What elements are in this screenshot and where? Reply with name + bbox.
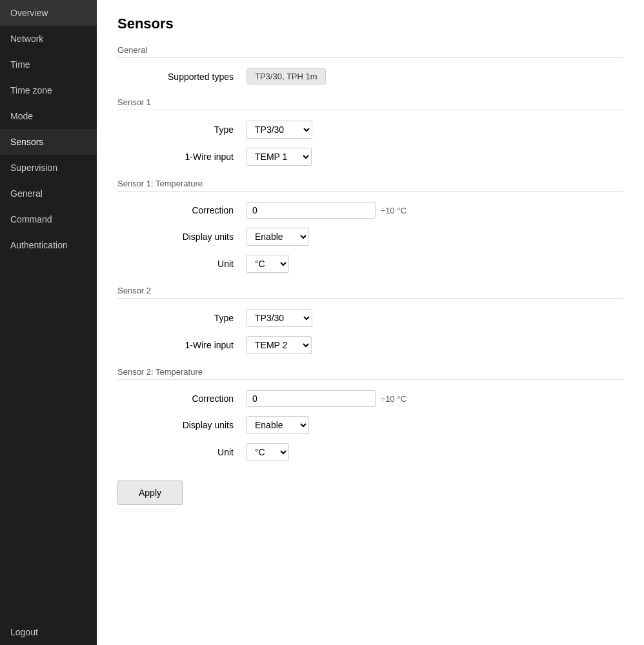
sensor1-correction-input[interactable] bbox=[247, 202, 376, 219]
sidebar-item-timezone[interactable]: Time zone bbox=[0, 77, 97, 103]
sidebar-item-logout[interactable]: Logout bbox=[0, 619, 97, 645]
sensor2-section-header: Sensor 2 bbox=[117, 286, 623, 299]
general-section: General Supported types TP3/30, TPH 1m bbox=[117, 45, 623, 84]
supported-types-group: Supported types TP3/30, TPH 1m bbox=[117, 68, 623, 84]
sensor2-display-units-select[interactable]: Enable Disable bbox=[247, 416, 309, 434]
sidebar-item-authentication[interactable]: Authentication bbox=[0, 232, 97, 258]
general-section-header: General bbox=[117, 45, 623, 58]
sensor1-correction-label: Correction bbox=[117, 205, 247, 215]
sensor2-correction-input[interactable] bbox=[247, 390, 376, 407]
sidebar-item-overview[interactable]: Overview bbox=[0, 0, 97, 26]
sensor1-wire-input-select[interactable]: TEMP 1 TEMP 2 TEMP 3 bbox=[247, 148, 312, 166]
sensor1-unit-select[interactable]: °C °F bbox=[247, 255, 289, 273]
sensor2-correction-label: Correction bbox=[117, 393, 247, 404]
sensor2-type-label: Type bbox=[117, 313, 247, 323]
sensor2-correction-group: Correction ÷10 °C bbox=[117, 390, 623, 407]
supported-types-label: Supported types bbox=[117, 72, 247, 82]
sensor1-unit-group: Unit °C °F bbox=[117, 255, 623, 273]
sensor1-temp-section: Sensor 1: Temperature Correction ÷10 °C … bbox=[117, 179, 623, 273]
sensor1-display-units-label: Display units bbox=[117, 232, 247, 242]
sensor1-display-units-select[interactable]: Enable Disable bbox=[247, 228, 309, 246]
sensor1-type-select[interactable]: TP3/30 TPH 1m bbox=[247, 121, 312, 139]
sensor1-section: Sensor 1 Type TP3/30 TPH 1m 1-Wire input… bbox=[117, 97, 623, 166]
sidebar-item-command[interactable]: Command bbox=[0, 206, 97, 232]
sensor1-type-label: Type bbox=[117, 124, 247, 135]
sidebar-item-time[interactable]: Time bbox=[0, 52, 97, 77]
sidebar-item-supervision[interactable]: Supervision bbox=[0, 155, 97, 181]
apply-button[interactable]: Apply bbox=[117, 481, 183, 505]
sidebar-item-mode[interactable]: Mode bbox=[0, 103, 97, 129]
sensor2-temp-section-header: Sensor 2: Temperature bbox=[117, 367, 623, 380]
main-content: Sensors General Supported types TP3/30, … bbox=[97, 0, 644, 645]
sensor1-temp-section-header: Sensor 1: Temperature bbox=[117, 179, 623, 192]
sensor1-display-units-group: Display units Enable Disable bbox=[117, 228, 623, 246]
sensor2-type-group: Type TP3/30 TPH 1m bbox=[117, 309, 623, 327]
sensor2-wire-input-select[interactable]: TEMP 1 TEMP 2 TEMP 3 bbox=[247, 336, 312, 354]
sensor2-display-units-label: Display units bbox=[117, 420, 247, 430]
sensor2-wire-input-group: 1-Wire input TEMP 1 TEMP 2 TEMP 3 bbox=[117, 336, 623, 354]
sensor2-type-select[interactable]: TP3/30 TPH 1m bbox=[247, 309, 312, 327]
sidebar-item-network[interactable]: Network bbox=[0, 26, 97, 52]
sidebar-item-sensors[interactable]: Sensors bbox=[0, 129, 97, 155]
sensor2-section: Sensor 2 Type TP3/30 TPH 1m 1-Wire input… bbox=[117, 286, 623, 354]
sensor2-display-units-group: Display units Enable Disable bbox=[117, 416, 623, 434]
supported-types-value: TP3/30, TPH 1m bbox=[247, 68, 326, 84]
page-title: Sensors bbox=[117, 15, 623, 32]
sensor2-unit-label: Unit bbox=[117, 447, 247, 457]
sensor2-correction-hint: ÷10 °C bbox=[381, 394, 407, 404]
sensor2-unit-group: Unit °C °F bbox=[117, 443, 623, 461]
sensor2-temp-section: Sensor 2: Temperature Correction ÷10 °C … bbox=[117, 367, 623, 461]
sensor1-type-group: Type TP3/30 TPH 1m bbox=[117, 121, 623, 139]
sidebar: Overview Network Time Time zone Mode Sen… bbox=[0, 0, 97, 645]
sensor2-wire-input-label: 1-Wire input bbox=[117, 340, 247, 350]
sensor1-correction-hint: ÷10 °C bbox=[381, 206, 407, 215]
sidebar-item-general[interactable]: General bbox=[0, 181, 97, 206]
sensor2-unit-select[interactable]: °C °F bbox=[247, 443, 289, 461]
sensor1-wire-input-group: 1-Wire input TEMP 1 TEMP 2 TEMP 3 bbox=[117, 148, 623, 166]
sensor1-unit-label: Unit bbox=[117, 259, 247, 269]
sensor1-wire-input-label: 1-Wire input bbox=[117, 152, 247, 162]
sensor1-section-header: Sensor 1 bbox=[117, 97, 623, 110]
sensor1-correction-group: Correction ÷10 °C bbox=[117, 202, 623, 219]
